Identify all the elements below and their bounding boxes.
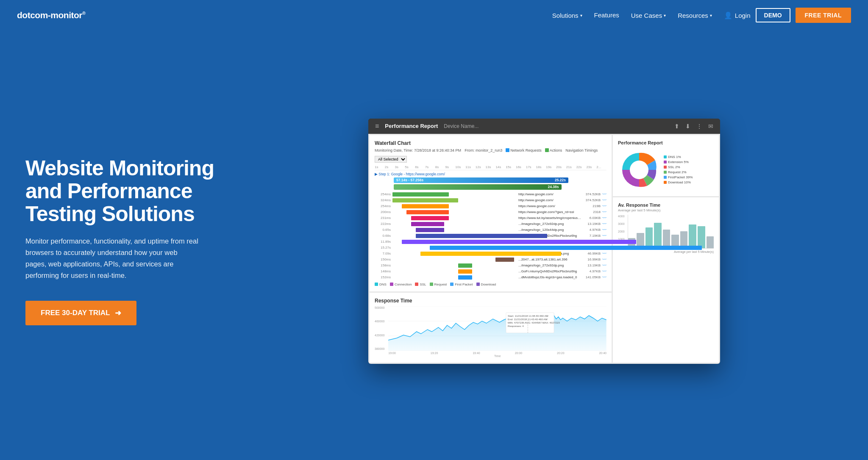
waterfall-row: 254mshttps://www.google.com/219B〰 — [375, 204, 606, 209]
avg-response-panel: Av. Response Time Average per last 5 Min… — [613, 197, 719, 363]
legend-download: Download — [476, 283, 496, 286]
perf-report-title: Performance Report — [618, 140, 714, 145]
waterfall-panel: Waterfall Chart Monitoring Date, Time: 7… — [370, 135, 612, 291]
timeline-ruler: 1s2s3s5s6s7s8s9s10s11s12s13s14s15s16s17s… — [375, 165, 606, 170]
dashboard-body: Waterfall Chart Monitoring Date, Time: 7… — [368, 134, 720, 364]
nav-features[interactable]: Features — [594, 11, 619, 19]
demo-button[interactable]: DEMO — [756, 8, 790, 22]
hero-heading: Website Monitoring and Performance Testi… — [25, 157, 220, 225]
waterfall-row: 324mshttp://www.google.com/374.52KB〰 — [375, 198, 606, 203]
all-selected-dropdown[interactable]: All Selected — [375, 156, 407, 163]
nav-resources[interactable]: Resources▾ — [678, 12, 712, 19]
dashboard-subtitle: Device Name... — [444, 123, 479, 129]
svg-text:Start: 11/21/2018 11:48:40:460: Start: 11/21/2018 11:48:40:460 AM — [508, 314, 548, 317]
legend-connection: Connection — [390, 283, 412, 286]
logo[interactable]: dotcom-monitor® — [17, 10, 86, 20]
avg-response-title: Av. Response Time — [618, 202, 714, 208]
waterfall-row: 231mshttps://www.tut.by/assets/img/crope… — [375, 216, 606, 221]
legend-request: Request — [430, 283, 447, 286]
hero-section: Website Monitoring and Performance Testi… — [0, 30, 868, 460]
svg-point-1 — [630, 161, 648, 179]
hero-left: Website Monitoring and Performance Testi… — [25, 157, 220, 326]
svg-text:Responses: 4: Responses: 4 — [508, 324, 524, 327]
download-icon[interactable]: ⬇ — [685, 123, 690, 130]
waterfall-row: 15.27s...2047...at.1973.alt.1381.art.395… — [375, 245, 606, 250]
waterfall-row: 148ms...GoFr.mlumyQvh6Do2RbcPbcbnz6hg4.9… — [375, 269, 606, 274]
pie-legend: DNS 1% Extension 5% SSL 2% Request 2% Fi… — [664, 155, 693, 184]
pie-chart — [618, 149, 660, 191]
dashboard-header: ≡ Performance Report Device Name... ⬆ ⬇ … — [368, 119, 720, 134]
legend-dns: DNS — [375, 283, 387, 286]
more-icon[interactable]: ⋮ — [696, 123, 702, 130]
pie-chart-area: DNS 1% Extension 5% SSL 2% Request 2% Fi… — [618, 149, 714, 191]
svg-text:MIN: 4707235 AVG: 4344587 MAX:: MIN: 4707235 AVG: 4344587 MAX: 4027223 — [508, 321, 560, 324]
bar-chart — [628, 215, 714, 249]
close-icon[interactable]: ✉ — [708, 123, 713, 130]
legend-ssl: SSL — [415, 283, 426, 286]
response-time-chart: Start: 11/21/2018 11:48:40:460 AM End: 1… — [388, 306, 606, 351]
nav-use-cases[interactable]: Use Cases▾ — [631, 12, 666, 19]
hero-right: ≡ Performance Report Device Name... ⬆ ⬇ … — [242, 119, 847, 364]
avg-response-x-label: Average per last 5 Minute(s) — [618, 250, 714, 254]
waterfall-row: 200mshttps://www.google.com/?gws_rd=ssl2… — [375, 210, 606, 215]
waterfall-row: 150ms...2047...at.1973.alt.1381.art.3961… — [375, 257, 606, 262]
dashboard-title: Performance Report — [385, 123, 438, 129]
waterfall-row: 0.65s.../images/logo_120x44dp.png4.97KB〰 — [375, 227, 606, 233]
highlight-duration-1: 25.22s — [555, 178, 566, 182]
nav-links: Solutions▾ Features Use Cases▾ Resources… — [552, 11, 712, 19]
hero-description: Monitor performance, functionality, and … — [25, 236, 199, 282]
actions-cb[interactable]: Actions — [545, 148, 562, 152]
navbar: dotcom-monitor® Solutions▾ Features Use … — [0, 0, 868, 30]
waterfall-legend: DNS Connection SSL Request First Packet … — [375, 283, 606, 286]
share-icon[interactable]: ⬆ — [674, 123, 679, 130]
legend-first-packet: First Packet — [450, 283, 473, 286]
nav-timings-cb: Navigation Timings — [565, 148, 598, 152]
performance-report-panel: Performance Report — [613, 135, 719, 196]
dashboard-menu-icon: ≡ — [375, 122, 379, 130]
waterfall-rows: 254mshttp://www.google.com/374.52KB〰324m… — [375, 192, 606, 280]
waterfall-highlight-bar-2: 24.38s — [375, 184, 606, 190]
login-button[interactable]: 👤 Login — [724, 11, 751, 19]
waterfall-title: Waterfall Chart — [375, 140, 606, 146]
cta-arrow-icon: ➜ — [115, 308, 121, 318]
nav-solutions[interactable]: Solutions▾ — [552, 12, 582, 19]
waterfall-row: 11.89s...dMvsb8txpzJ3s-leg/cb=gas.loaded… — [375, 239, 606, 244]
dashboard-mockup: ≡ Performance Report Device Name... ⬆ ⬇ … — [368, 119, 720, 364]
highlight-duration-2: 24.38s — [548, 185, 559, 189]
network-requests-cb[interactable]: Network Requests — [506, 148, 542, 152]
highlight-time-range: 57.14s - 57.256s — [396, 178, 423, 182]
avg-response-subtitle: Average per last 5 Minute(s) — [618, 208, 714, 212]
cta-button[interactable]: FREE 30-DAY TRIAL ➜ — [25, 301, 136, 325]
waterfall-meta: Monitoring Date, Time: 7/28/2018 at 9:26… — [375, 148, 606, 163]
waterfall-highlight-bar-1: 57.14s - 57.256s 25.22s — [375, 177, 606, 183]
dashboard-header-actions: ⬆ ⬇ ⋮ ✉ — [674, 123, 713, 130]
waterfall-row: 222ms.../images/logo_272x92dp.png13.19KB… — [375, 222, 606, 227]
svg-text:End: 11/21/2018 11:43:40:460 A: End: 11/21/2018 11:43:40:460 AM — [508, 318, 548, 321]
free-trial-nav-button[interactable]: FREE TRIAL — [796, 8, 851, 23]
waterfall-step-row: ▶ Step 1: Google - https://www.google.co… — [375, 172, 606, 176]
waterfall-row: 254mshttp://www.google.com/374.52KB〰 — [375, 192, 606, 197]
nav-actions: 👤 Login DEMO FREE TRIAL — [724, 8, 851, 23]
waterfall-row: 7.09s...google.com/textassistant/ta.png4… — [375, 251, 606, 256]
waterfall-row: 158ms.../images/logo_272x92dp.png13.19KB… — [375, 263, 606, 268]
waterfall-row: 152ms...dMvsb8txpzJ3s-leg/cb=gas.loaded_… — [375, 275, 606, 280]
response-time-title: Response Time — [375, 298, 606, 304]
waterfall-row: 0.68s...GoFr.mlumyQvh6Do2RbcPbcbnz6hg7.1… — [375, 233, 606, 238]
response-time-main-panel: Response Time 500000 460000 420000 38000… — [370, 293, 612, 363]
